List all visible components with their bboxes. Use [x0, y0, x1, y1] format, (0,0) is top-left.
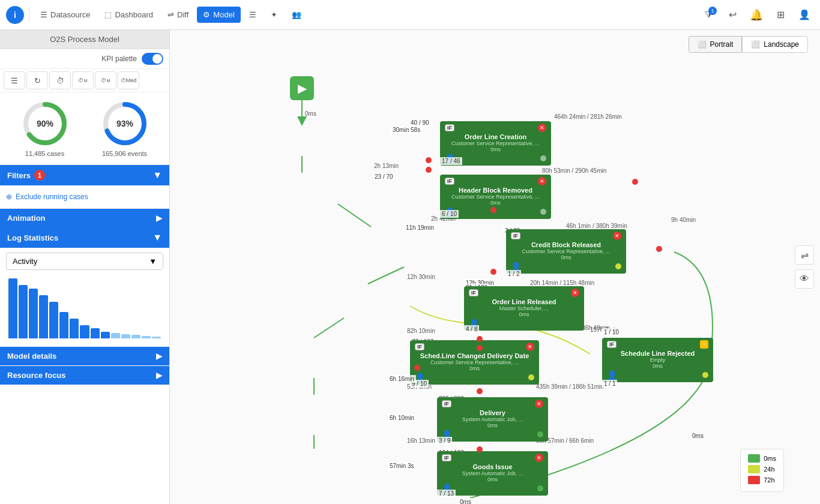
svg-text:2h 13min: 2h 13min	[374, 163, 399, 169]
edge-label-4-8: 4 / 8	[464, 325, 479, 333]
node-close-btn[interactable]: ✕	[613, 232, 621, 240]
red-dot-olr2	[477, 345, 483, 351]
datasource-nav-btn[interactable]: ☰ Datasource	[34, 7, 96, 23]
menu-nav-btn[interactable]: ☰	[243, 7, 262, 23]
bar-item	[131, 335, 140, 338]
node-close-btn[interactable]: ✕	[535, 400, 543, 408]
landscape-btn[interactable]: ⬜ Landscape	[742, 36, 808, 53]
cases-count-label: 11,485 cases	[25, 150, 64, 157]
node-schedule-line-rejected[interactable]: IF ! Schedule Line Rejected Empty 0ms 👤	[602, 338, 713, 382]
node-sub: System Automatic Job, ...	[442, 416, 543, 422]
node-sub: Customer Service Representative, ...	[415, 359, 534, 365]
bar-item	[111, 333, 120, 338]
node-title: Credit Block Released	[511, 241, 621, 248]
legend-color-green	[748, 454, 760, 463]
color-legend: 0ms 24h 72h	[740, 449, 784, 492]
diff-nav-btn[interactable]: ⇌ Diff	[161, 7, 194, 23]
resource-focus-label: Resource focus	[7, 371, 66, 380]
node-time: 0ms	[445, 200, 546, 206]
star-nav-btn[interactable]: ✦	[265, 7, 283, 23]
shuffle-btn[interactable]: ⇌	[795, 245, 814, 265]
portrait-btn[interactable]: ⬜ Portrait	[689, 36, 743, 53]
node-sub: Customer Service Representative, ...	[445, 140, 546, 146]
node-order-line-released[interactable]: IF ✕ Order Line Released Master Schedule…	[464, 286, 584, 331]
bar-item	[59, 312, 68, 338]
filter-btn-wrap: ⧩ 1	[699, 5, 718, 25]
legend-item-72h: 72h	[748, 476, 776, 484]
node-if-badge: IF	[445, 124, 454, 131]
node-credit-block-released[interactable]: IF ✕ Credit Block Released Customer Serv…	[506, 229, 626, 274]
svg-text:464h 24min / 281h 26min: 464h 24min / 281h 26min	[554, 113, 622, 120]
node-time: 0ms	[445, 146, 546, 152]
dashboard-nav-btn[interactable]: ⬚ Dashboard	[98, 7, 159, 23]
user-btn[interactable]: 👤	[795, 5, 814, 25]
node-sub: Customer Service Representative, ...	[511, 248, 621, 254]
node-close-btn[interactable]: ✕	[535, 454, 543, 462]
node-close-btn[interactable]: ✕	[538, 177, 546, 185]
users-nav-btn[interactable]: 👥	[286, 7, 307, 23]
legend-label-24h: 24h	[764, 466, 774, 473]
model-details-header[interactable]: Model details ▶	[0, 347, 169, 365]
svg-text:82h 10min: 82h 10min	[407, 328, 435, 334]
red-dot-olr	[477, 336, 483, 342]
node-if-badge: IF	[442, 454, 451, 461]
toolbar-menu-btn[interactable]: ☰	[4, 71, 25, 89]
filters-header[interactable]: Filters 1 ▼	[0, 165, 169, 185]
toolbar-clock-m-btn[interactable]: ⏱M	[72, 71, 94, 89]
node-close-btn[interactable]: ✕	[538, 124, 546, 132]
edge-label-hbr-top: 23 / 70	[373, 173, 395, 181]
datasource-icon: ☰	[40, 10, 47, 19]
dashboard-icon: ⬚	[104, 10, 112, 19]
node-sched-line-changed[interactable]: IF ✕ Sched.Line Changed Delivery Date Cu…	[410, 340, 539, 385]
bell-icon: 🔔	[750, 8, 763, 22]
svg-text:435h 39min / 186h 51min: 435h 39min / 186h 51min	[536, 383, 604, 390]
toolbar-refresh-btn[interactable]: ↻	[26, 71, 48, 89]
portrait-label: Portrait	[710, 40, 734, 49]
filters-count-badge: 1	[34, 170, 45, 181]
toolbar-clock-med-btn[interactable]: ⏱Med	[118, 71, 139, 89]
toolbar-clock-btn[interactable]: ⏱	[49, 71, 71, 89]
app-info-icon[interactable]: i	[6, 6, 24, 24]
toolbar-clock-m2-btn[interactable]: ⏱M	[95, 71, 116, 89]
eye-btn[interactable]: 👁	[795, 269, 814, 289]
legend-item-0ms: 0ms	[748, 454, 776, 463]
star-icon: ✦	[271, 10, 277, 19]
kpi-palette-row: KPI palette	[0, 49, 169, 69]
edge-label-11h: 11h 19min	[404, 224, 436, 232]
undo-btn[interactable]: ↩	[723, 5, 742, 25]
nav-separator	[29, 8, 29, 22]
node-delivery[interactable]: IF ✕ Delivery System Automatic Job, ... …	[437, 397, 548, 442]
node-time: 0ms	[415, 365, 534, 371]
red-dot-right-1	[632, 179, 638, 185]
activity-select-label: Activity	[13, 257, 37, 266]
bar-item	[70, 319, 79, 338]
node-time: 0ms	[607, 363, 708, 369]
grid-btn[interactable]: ⊞	[771, 5, 790, 25]
bell-btn[interactable]: 🔔	[747, 5, 766, 25]
animation-header[interactable]: Animation ▶	[0, 209, 169, 227]
node-goods-issue[interactable]: IF ✕ Goods Issue System Automatic Job, .…	[437, 451, 548, 496]
kpi-palette-toggle[interactable]	[142, 53, 163, 65]
svg-text:12h 30min: 12h 30min	[407, 274, 435, 280]
log-statistics-header[interactable]: Log Statistics ▼	[0, 227, 169, 248]
edge-label-6h16: 6h 16min	[388, 375, 416, 383]
right-toolbar: ⇌ 👁	[795, 245, 814, 289]
activity-select[interactable]: Activity ▼	[6, 253, 163, 270]
users-icon: 👥	[292, 10, 301, 19]
bar-item	[19, 285, 28, 338]
events-pct-text: 93%	[116, 119, 133, 128]
animation-label: Animation	[7, 214, 46, 223]
resource-focus-chevron-right: ▶	[156, 371, 162, 380]
node-if-badge: IF	[415, 343, 424, 350]
node-time: 0ms	[469, 311, 579, 317]
model-nav-btn[interactable]: ⚙ Model	[197, 7, 240, 23]
activity-select-chevron: ▼	[149, 257, 157, 266]
exclude-running-filter[interactable]: ⊕ Exclude running cases	[6, 190, 163, 203]
node-time: 0ms	[511, 254, 621, 260]
node-title: Sched.Line Changed Delivery Date	[415, 352, 534, 359]
landscape-icon: ⬜	[751, 40, 760, 49]
node-close-btn[interactable]: ✕	[571, 289, 579, 297]
resource-focus-header[interactable]: Resource focus ▶	[0, 366, 169, 385]
node-close-btn[interactable]: ✕	[526, 343, 534, 351]
node-title: Goods Issue	[442, 463, 543, 470]
